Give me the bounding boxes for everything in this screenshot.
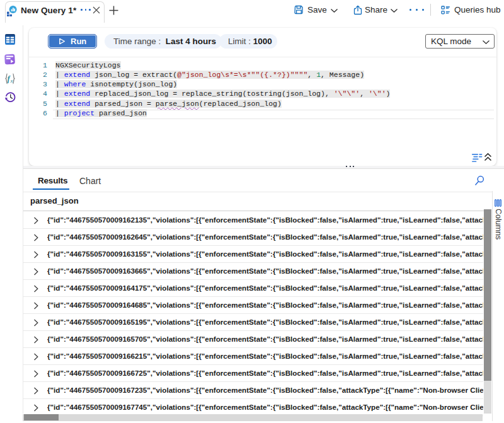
svg-text:x: x xyxy=(9,78,13,84)
